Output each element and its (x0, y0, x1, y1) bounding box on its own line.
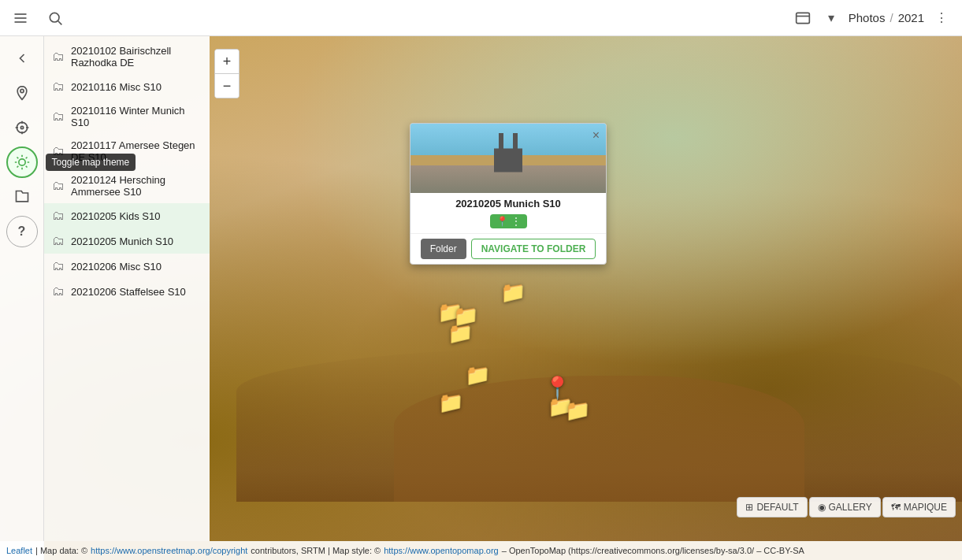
breadcrumb-sep1: / (890, 11, 893, 24)
album-icon[interactable] (792, 7, 814, 29)
osm-link[interactable]: https://www.openstreetmap.org/copyright (91, 546, 247, 555)
more-button[interactable]: ⋮ (930, 7, 953, 29)
gallery-view-label: GALLERY (829, 502, 872, 513)
sidebar-item-1[interactable]: 🗂 20210116 Misc S10 (44, 74, 210, 99)
sidebar-item-6[interactable]: 🗂 20210205 Munich S10 (44, 228, 210, 254)
svg-point-7 (20, 89, 23, 92)
popup-gps-badge[interactable]: 📍 ⋮ (490, 214, 527, 228)
license-text: – OpenTopoMap (https://creativecommons.o… (502, 546, 804, 555)
mapique-view-label: MAPIQUE (904, 502, 947, 513)
popup-badge-row: 📍 ⋮ (410, 213, 606, 233)
sidebar-label-4: 20210124 Hersching Ammersee S10 (71, 174, 202, 198)
folder-view-button[interactable] (6, 181, 38, 213)
location-button[interactable] (6, 77, 38, 109)
sidebar-item-5[interactable]: 🗂 20210205 Kids S10 (44, 203, 210, 228)
sidebar-label-1: 20210116 Misc S10 (71, 81, 162, 93)
theme-button[interactable]: Toggle map theme (6, 146, 38, 178)
map-marker-4[interactable]: 📁 (465, 363, 490, 388)
mapique-view-button[interactable]: 🗺 MAPIQUE (882, 497, 956, 517)
default-view-label: DEFAULT (756, 502, 798, 513)
mapique-view-icon: 🗺 (891, 502, 901, 513)
breadcrumb-2021[interactable]: 2021 (898, 11, 924, 24)
breadcrumb-photos[interactable]: Photos (849, 11, 886, 24)
toolbar-left (9, 7, 66, 29)
sidebar-item-7[interactable]: 🗂 20210206 Misc S10 (44, 254, 210, 279)
popup-title: 20210205 Munich S10 (410, 193, 606, 213)
sidebar-item-8[interactable]: 🗂 20210206 Staffelsee S10 (44, 279, 210, 304)
sidebar-label-5: 20210205 Kids S10 (71, 210, 160, 222)
gallery-view-button[interactable]: ◉ GALLERY (809, 497, 881, 517)
folder-icon: 🗂 (52, 284, 65, 299)
sidebar-item-4[interactable]: 🗂 20210124 Hersching Ammersee S10 (44, 169, 210, 203)
folder-icon: 🗂 (52, 109, 65, 124)
folder-icon: 🗂 (52, 144, 65, 158)
svg-point-9 (20, 126, 23, 128)
sidebar: 🗂 20210102 Bairischzell Razhodka DE 🗂 20… (44, 36, 210, 541)
folder-icon: 🗂 (52, 80, 65, 94)
map-marker-3[interactable]: 📁 (448, 321, 473, 346)
map-marker-0[interactable]: 📁 (500, 280, 526, 305)
leaflet-label[interactable]: Leaflet (6, 546, 32, 555)
folder-icon: 🗂 (52, 259, 65, 273)
target-button[interactable] (6, 112, 38, 143)
map-data-text: | Map data: © (35, 546, 87, 555)
zoom-controls: + − (214, 49, 240, 98)
sidebar-item-3[interactable]: 🗂 20210117 Amersee Stegen DE S10 (44, 134, 210, 169)
toolbar-right: ▾ Photos / 2021 ⋮ (792, 7, 953, 29)
sidebar-item-2[interactable]: 🗂 20210116 Winter Munich S10 (44, 99, 210, 134)
default-view-button[interactable]: ⊞ DEFAULT (737, 497, 807, 517)
gallery-view-icon: ◉ (818, 502, 826, 513)
map-marker-5[interactable]: 📁 (438, 391, 463, 415)
folder-icon: 🗂 (52, 234, 65, 248)
navigate-to-folder-button[interactable]: NAVIGATE TO FOLDER (471, 239, 596, 259)
folder-icon: 🗂 (52, 179, 65, 193)
sidebar-label-7: 20210206 Misc S10 (71, 261, 162, 273)
svg-point-3 (50, 13, 59, 22)
bottom-bar: Leaflet | Map data: © https://www.openst… (0, 541, 962, 560)
sidebar-label-0: 20210102 Bairischzell Razhodka DE (71, 45, 202, 69)
sidebar-item-0[interactable]: 🗂 20210102 Bairischzell Razhodka DE (44, 39, 210, 74)
view-modes: ⊞ DEFAULT ◉ GALLERY 🗺 MAPIQUE (737, 497, 956, 517)
map-marker-7[interactable]: 📁 (565, 399, 590, 423)
zoom-out-button[interactable]: − (215, 74, 239, 98)
popup: × 20210205 Munich S10 📍 ⋮ Folder NAVIGAT… (410, 123, 607, 265)
breadcrumb: Photos / 2021 (849, 11, 924, 24)
default-view-icon: ⊞ (745, 502, 753, 513)
menu-button[interactable] (9, 7, 32, 29)
gps-icon: 📍 (496, 216, 508, 227)
popup-actions: Folder NAVIGATE TO FOLDER (410, 233, 606, 264)
gps-icon-2: ⋮ (511, 216, 521, 227)
top-toolbar: ▾ Photos / 2021 ⋮ (0, 0, 962, 36)
popup-image (410, 124, 606, 193)
popup-close-button[interactable]: × (592, 128, 600, 143)
sidebar-label-2: 20210116 Winter Munich S10 (71, 105, 202, 128)
folder-icon: 🗂 (52, 50, 65, 64)
svg-point-8 (17, 122, 27, 132)
otm-link[interactable]: https://www.opentopomap.org (384, 546, 499, 555)
sidebar-label-3: 20210117 Amersee Stegen DE S10 (71, 139, 202, 163)
folder-icon: 🗂 (52, 209, 65, 223)
svg-rect-5 (796, 13, 809, 23)
back-button[interactable] (6, 43, 38, 74)
folder-button[interactable]: Folder (421, 239, 466, 259)
dropdown-arrow[interactable]: ▾ (820, 7, 842, 29)
contributors-text: contributors, SRTM | Map style: © (251, 546, 381, 555)
sidebar-label-6: 20210205 Munich S10 (71, 235, 173, 247)
svg-point-14 (18, 159, 24, 165)
help-button[interactable]: ? (6, 216, 38, 247)
sidebar-label-8: 20210206 Staffelsee S10 (71, 286, 186, 298)
zoom-in-button[interactable]: + (215, 50, 239, 73)
svg-line-4 (58, 20, 62, 24)
search-button[interactable] (44, 7, 66, 29)
left-toolbar: Toggle map theme ? (0, 36, 44, 560)
